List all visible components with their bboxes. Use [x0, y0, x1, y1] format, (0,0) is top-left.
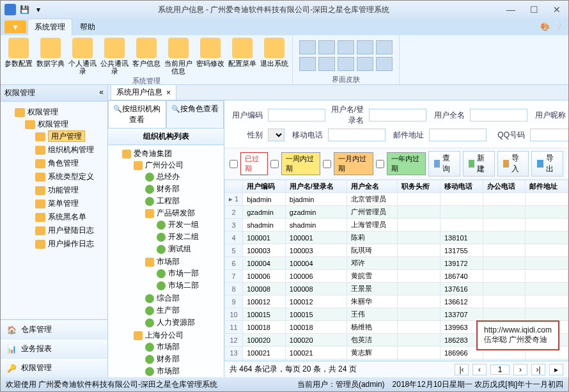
tree-sub[interactable]: 权限管理 用户管理组织机构管理角色管理系统类型定义功能管理菜单管理系统黑名单用户…: [25, 118, 104, 252]
cb-week[interactable]: [270, 160, 279, 168]
input-mobile[interactable]: [328, 129, 386, 141]
org-node[interactable]: 市场部: [145, 365, 221, 377]
org-node[interactable]: 市场部市场一部市场二部: [145, 256, 221, 292]
new-button[interactable]: 新建: [463, 151, 495, 176]
org-node[interactable]: 财务部: [145, 183, 221, 195]
ribbon-item-2[interactable]: 个人通讯录: [68, 38, 97, 75]
input-login[interactable]: [369, 109, 426, 122]
cb-year[interactable]: [376, 160, 384, 168]
chevron-left-icon[interactable]: «: [99, 88, 104, 98]
pager-goto[interactable]: ▸: [549, 364, 563, 375]
perm-item[interactable]: 用户操作日志: [35, 237, 104, 251]
perm-item[interactable]: 用户管理: [35, 130, 104, 143]
cb-expired[interactable]: [230, 160, 238, 168]
table-row[interactable]: 4100001100001陈莉138101: [225, 231, 568, 244]
pager-page-input[interactable]: [490, 365, 510, 375]
nav-0[interactable]: 🏠仓库管理: [1, 320, 107, 339]
pager-first[interactable]: |‹: [455, 364, 469, 375]
help-icon[interactable]: ❔: [554, 22, 563, 31]
table-row[interactable]: 7100006100006黄皖雪186740: [225, 270, 568, 283]
tab-system[interactable]: 系统管理: [27, 19, 72, 35]
ribbon-item-7[interactable]: 配置菜单: [228, 38, 256, 75]
nav-1[interactable]: 📊业务报表: [1, 339, 107, 358]
org-node[interactable]: 生产部: [145, 304, 221, 317]
query-button[interactable]: 查询: [428, 151, 460, 176]
perm-item[interactable]: 组织机构管理: [35, 143, 104, 157]
close-tab-icon[interactable]: ×: [166, 88, 171, 97]
perm-item[interactable]: 功能管理: [35, 184, 104, 197]
org-node[interactable]: 开发一组: [157, 219, 221, 231]
ribbon-item-1[interactable]: 数据字典: [36, 38, 65, 75]
org-root[interactable]: 爱奇迪集团 广州分公司总经办财务部工程部产品研发部开发一组开发二组测试组市场部市…: [122, 148, 221, 377]
table-row[interactable]: 10100015100015王伟133707: [225, 308, 568, 321]
maximize-button[interactable]: ☐: [526, 4, 542, 15]
input-qq[interactable]: [530, 129, 569, 141]
table-row[interactable]: 6100004100004邓许139172: [225, 257, 568, 270]
ribbon-group-skin: 界面皮肤: [297, 74, 395, 84]
ribbon-item-4[interactable]: 客户信息: [132, 38, 160, 75]
pager-next[interactable]: ›: [513, 364, 527, 375]
table-row[interactable]: 5100003100003阮琪琦131755: [225, 244, 568, 257]
qat-dropdown-icon[interactable]: ▾: [33, 4, 44, 15]
cb-month[interactable]: [323, 160, 331, 168]
skin-gallery[interactable]: [297, 38, 395, 74]
nav-2[interactable]: 🔑权限管理: [1, 358, 107, 377]
org-node[interactable]: 工程部: [145, 195, 221, 207]
table-row[interactable]: 2gzadmingzadmin广州管理员: [225, 206, 568, 219]
org-node[interactable]: 广州分公司总经办财务部工程部产品研发部开发一组开发二组测试组市场部市场一部市场二…: [134, 159, 221, 329]
col-header[interactable]: 用户编码: [243, 180, 286, 193]
viewtab-org[interactable]: 🔍按组织机构查看: [108, 100, 166, 128]
org-node[interactable]: 市场部: [145, 341, 221, 353]
col-header[interactable]: 办公电话: [483, 180, 526, 193]
file-button[interactable]: ▾: [4, 20, 26, 33]
table-row[interactable]: ▸ 1bjadminbjadmin北京管理员: [225, 193, 568, 206]
org-node[interactable]: 开发二组: [157, 231, 221, 243]
table-row[interactable]: 9100012100012朱丽华136612: [225, 295, 568, 308]
col-header[interactable]: 用户名/登录名: [285, 180, 347, 193]
org-node[interactable]: 财务部: [145, 353, 221, 365]
qat-save-icon[interactable]: 💾: [19, 4, 30, 15]
chip-year: 一年内过期: [387, 152, 426, 175]
org-node[interactable]: 综合部: [145, 292, 221, 304]
tree-root[interactable]: 权限管理 权限管理 用户管理组织机构管理角色管理系统类型定义功能管理菜单管理系统…: [15, 106, 104, 253]
ribbon-item-8[interactable]: 退出系统: [260, 38, 288, 75]
org-node[interactable]: 产品研发部开发一组开发二组测试组: [145, 207, 221, 256]
style-icon[interactable]: 🎨: [540, 22, 550, 31]
tab-help[interactable]: 帮助: [74, 19, 102, 35]
org-node[interactable]: 上海分公司市场部财务部市场部: [134, 329, 221, 377]
close-button[interactable]: ✕: [549, 4, 565, 15]
export-button[interactable]: 导出: [531, 151, 563, 176]
ribbon-item-0[interactable]: 参数配置: [4, 38, 33, 75]
col-header[interactable]: 用户全名: [347, 180, 398, 193]
left-panel-title: 权限管理: [4, 88, 35, 98]
ribbon-item-3[interactable]: 公共通讯录: [100, 38, 129, 75]
col-header[interactable]: 邮件地址: [526, 180, 568, 193]
table-row[interactable]: 8100008100008王景景137616: [225, 283, 568, 295]
input-code[interactable]: [268, 109, 325, 122]
minimize-button[interactable]: —: [503, 4, 518, 15]
input-email[interactable]: [429, 129, 487, 141]
perm-item[interactable]: 系统类型定义: [35, 170, 104, 184]
org-node[interactable]: 人力资源部: [145, 317, 221, 329]
col-header[interactable]: 移动电话: [440, 180, 483, 193]
perm-item[interactable]: 系统黑名单: [35, 210, 104, 224]
org-node[interactable]: 测试组: [157, 243, 221, 255]
perm-item[interactable]: 菜单管理: [35, 197, 104, 210]
doc-tab-userinfo[interactable]: 系统用户信息 ×: [111, 84, 176, 100]
pager-last[interactable]: ›|: [531, 364, 545, 375]
org-node[interactable]: 市场二部: [157, 279, 221, 292]
input-fullname[interactable]: [470, 109, 527, 122]
table-row[interactable]: 3shadminshadmin上海管理员: [225, 219, 568, 231]
chip-week: 一周内过期: [281, 152, 321, 175]
perm-item[interactable]: 用户登陆日志: [35, 224, 104, 237]
viewtab-role[interactable]: 🔍按角色查看: [166, 100, 224, 128]
col-header[interactable]: 职务头衔: [398, 180, 440, 193]
pager-prev[interactable]: ‹: [472, 364, 487, 375]
org-node[interactable]: 市场一部: [157, 267, 221, 279]
org-node[interactable]: 总经办: [145, 171, 221, 183]
select-gender[interactable]: [268, 129, 284, 141]
ribbon-item-6[interactable]: 密码修改: [196, 38, 224, 75]
ribbon-item-5[interactable]: 当前用户信息: [164, 38, 192, 75]
import-button[interactable]: 导入: [497, 151, 529, 176]
perm-item[interactable]: 角色管理: [35, 157, 104, 170]
